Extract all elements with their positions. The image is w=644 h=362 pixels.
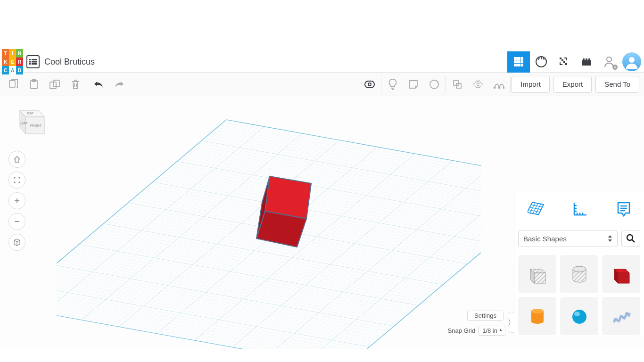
sort-icon [608,235,612,242]
svg-point-22 [629,57,635,63]
shape-category-select[interactable]: Basic Shapes [518,230,618,247]
align-button[interactable] [488,73,509,96]
mirror-button[interactable] [468,73,488,96]
group-button[interactable] [447,73,468,96]
svg-rect-1 [32,59,37,60]
align-icon [493,79,504,90]
svg-point-34 [499,87,500,88]
home-view-button[interactable] [8,151,25,168]
svg-rect-18 [586,58,587,61]
undo-button[interactable] [88,73,109,96]
list-icon [29,59,37,65]
mode-blocks-button[interactable] [530,51,553,73]
brick-icon [581,58,592,66]
paste-icon [29,79,39,90]
project-title[interactable]: Cool Bruticus [44,57,95,67]
duplicate-button[interactable] [44,73,65,96]
bulb-icon [388,79,397,90]
plus-badge-icon [612,65,618,70]
shape-scroll-area[interactable]: TEXT [514,251,644,336]
shape-grid: TEXT [518,255,640,336]
shape-cylinder-hole[interactable] [560,255,598,293]
workplane[interactable] [57,96,481,349]
design-list-button[interactable] [26,55,40,68]
tinkercad-logo[interactable]: TINKERCAD [2,53,24,71]
caret-up-icon: ▲ [499,328,503,332]
search-icon [626,234,636,243]
browser-chrome-gap [0,0,644,51]
mode-bricks-button[interactable] [553,51,575,73]
import-button[interactable]: Import [512,76,550,93]
separator [87,76,87,93]
shapes-panel: 〉 Basic Shapes [514,192,644,336]
separator [446,76,446,93]
rotate-view-button[interactable] [424,73,445,96]
svg-marker-54 [618,273,629,283]
svg-rect-11 [520,60,523,63]
snap-grid-select[interactable]: 1/8 in ▲ [478,326,505,336]
mode-lego-button[interactable] [575,51,598,73]
view-cube[interactable]: TOP LEFT FRONT [9,101,49,139]
panel-collapse-handle[interactable]: 〉 [508,312,514,333]
svg-point-29 [368,83,371,86]
svg-point-20 [607,57,611,62]
tab-notes[interactable] [616,201,631,217]
svg-point-35 [504,87,505,88]
toolbar-right-group: Import Export Send To [512,76,641,93]
svg-point-52 [573,266,586,272]
invite-collaborator-button[interactable] [598,51,620,73]
viewcube-left-label: LEFT [20,122,28,125]
zoom-out-button[interactable] [8,213,25,230]
fit-view-button[interactable] [8,172,25,189]
separator [510,76,511,93]
send-to-button[interactable]: Send To [595,76,639,93]
group-icon [453,80,462,89]
svg-rect-7 [517,57,520,60]
svg-rect-0 [29,59,31,60]
3d-workspace[interactable]: TOP LEFT FRONT [0,96,644,349]
workplane-settings-button[interactable]: Settings [467,311,504,321]
mode-3d-design-button[interactable] [507,51,530,73]
svg-rect-8 [520,57,523,60]
shape-box[interactable] [602,255,640,293]
ortho-view-button[interactable] [8,234,25,251]
snap-grid-control: Snap Grid 1/8 in ▲ [448,326,505,336]
svg-rect-17 [583,58,585,61]
separator [381,76,381,93]
svg-rect-9 [514,60,517,63]
notes-button[interactable] [403,73,424,96]
shape-sphere[interactable] [560,297,598,335]
export-button[interactable]: Export [553,76,592,93]
svg-rect-23 [9,81,15,87]
bulb-button[interactable] [382,73,403,96]
svg-rect-32 [456,83,461,88]
copy-button[interactable] [3,73,24,96]
view-nav-controls [8,151,25,251]
svg-rect-19 [588,58,590,61]
avatar-icon [625,55,639,69]
duplicate-icon [49,79,60,90]
shape-box-hole[interactable] [518,255,556,293]
viewcube-front-label: FRONT [30,124,42,127]
svg-rect-16 [582,60,591,66]
plus-icon [14,197,20,204]
svg-rect-3 [32,61,37,63]
shape-cylinder[interactable] [518,297,556,335]
delete-button[interactable] [65,73,86,96]
paste-button[interactable] [24,73,44,96]
svg-rect-10 [517,60,520,63]
home-icon [13,156,21,163]
show-all-button[interactable] [359,73,380,96]
zoom-in-button[interactable] [8,192,25,209]
panel-header: Basic Shapes [514,226,644,251]
cube-icon [13,239,21,246]
tab-workplane[interactable] [528,200,545,218]
search-shapes-button[interactable] [621,230,640,247]
grid-icon [513,56,524,67]
svg-point-33 [494,87,495,88]
shape-scribble[interactable] [602,297,640,335]
redo-button[interactable] [109,73,130,96]
tab-ruler[interactable] [571,200,590,219]
svg-rect-31 [454,81,458,85]
user-avatar[interactable] [622,52,641,71]
